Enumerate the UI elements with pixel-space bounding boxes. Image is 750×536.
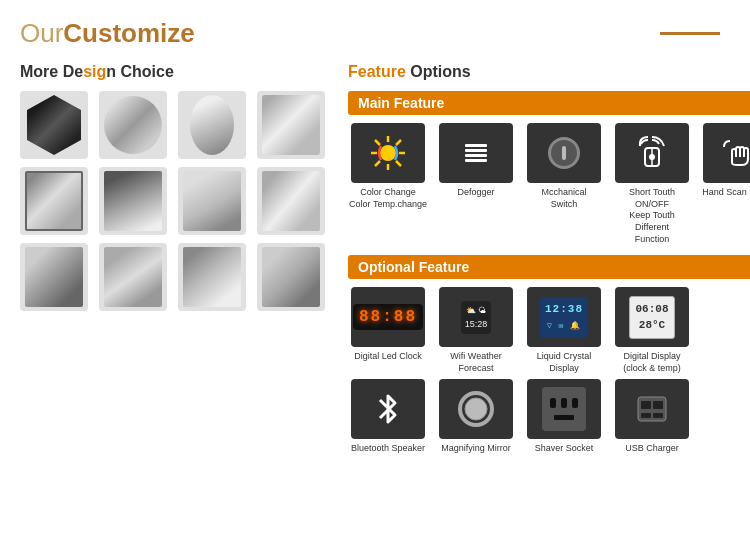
digital-display-item: 06:0828°C Digital Display(clock & temp)	[612, 287, 692, 374]
mirror-hex	[20, 91, 88, 159]
svg-line-7	[396, 140, 401, 145]
bluetooth-item: Bluetooth Speaker	[348, 379, 428, 455]
feature-section-title: Feature Options	[348, 63, 750, 81]
svg-point-11	[649, 154, 655, 160]
svg-rect-18	[653, 413, 663, 418]
usb-icon	[632, 389, 672, 429]
mirror-rect9a	[257, 243, 325, 311]
sun-color-icon	[369, 134, 407, 172]
design-row-1	[20, 91, 330, 159]
mech-switch-item: McchanicalSwitch	[524, 123, 604, 245]
defogger-item: Defogger	[436, 123, 516, 245]
led-clock-display: 88:88	[353, 304, 423, 330]
svg-rect-17	[641, 413, 651, 418]
header-line	[660, 32, 720, 35]
rect-shape7	[104, 247, 162, 307]
rect-shape9	[262, 247, 320, 307]
svg-point-0	[380, 145, 396, 161]
digital-display: 06:0828°C	[629, 296, 674, 339]
design-section-title: More Design Choice	[20, 63, 330, 81]
magnify-icon	[456, 389, 496, 429]
rect-shape2	[25, 171, 83, 231]
main-feature-section: Main Feature	[348, 91, 750, 245]
mirror-rect8a	[178, 243, 246, 311]
mirror-oval	[178, 91, 246, 159]
mirror-rect1	[257, 91, 325, 159]
lcd-display: 12:38▽ ✉ 🔔	[540, 297, 588, 338]
svg-rect-15	[641, 401, 651, 409]
right-column: Feature Options Main Feature	[348, 63, 750, 465]
mirror-rect3a	[99, 167, 167, 235]
short-touch-item: Short Touth ON/OFFKeep Touth DifferentFu…	[612, 123, 692, 245]
rect-shape1	[262, 95, 320, 155]
color-change-item: Color ChangeColor Temp.change	[348, 123, 428, 245]
color-change-label: Color ChangeColor Temp.change	[349, 187, 427, 210]
wifi-weather-label: Wifi Weather Forecast	[436, 351, 516, 374]
svg-point-13	[465, 398, 487, 420]
defogger-icon	[465, 144, 487, 162]
defogger-icon-box	[439, 123, 513, 183]
oval-shape	[190, 95, 234, 155]
title-highlight: Customize	[63, 18, 194, 49]
short-touch-icon-box	[615, 123, 689, 183]
rect-shape5	[262, 171, 320, 231]
shaver-label: Shaver Socket	[535, 443, 594, 455]
rect-shape8	[183, 247, 241, 307]
digital-display-icon-box: 06:0828°C	[615, 287, 689, 347]
defogger-label: Defogger	[457, 187, 494, 199]
main-feature-icons: Color ChangeColor Temp.change D	[348, 123, 750, 245]
design-row-3	[20, 243, 330, 311]
color-change-icon-box	[351, 123, 425, 183]
magnify-icon-box	[439, 379, 513, 439]
mirror-circle	[99, 91, 167, 159]
mirror-rect5a	[257, 167, 325, 235]
hand-scan-label: Hand Scan Sensor	[702, 187, 750, 199]
mirror-rect6a	[20, 243, 88, 311]
hand-scan-icon-box	[703, 123, 750, 183]
header: Our Customize	[20, 18, 730, 49]
usb-item: USB Charger	[612, 379, 692, 455]
optional-feature-header: Optional Feature	[348, 255, 750, 279]
left-column: More Design Choice	[20, 63, 330, 465]
page-title: Our Customize	[20, 18, 195, 49]
mirror-rect4a	[178, 167, 246, 235]
svg-line-6	[396, 161, 401, 166]
usb-label: USB Charger	[625, 443, 679, 455]
mirror-rect7a	[99, 243, 167, 311]
optional-feature-row2: Bluetooth Speaker Magnifying Mirror	[348, 379, 750, 455]
digital-display-label: Digital Display(clock & temp)	[623, 351, 681, 374]
main-content: More Design Choice	[20, 63, 730, 465]
magnify-item: Magnifying Mirror	[436, 379, 516, 455]
hand-scan-item: Hand Scan Sensor	[700, 123, 750, 245]
hand-scan-icon	[722, 135, 750, 171]
circle-shape	[104, 96, 162, 154]
lcd-label: Liquid Crystal Display	[524, 351, 604, 374]
shaver-item: Shaver Socket	[524, 379, 604, 455]
bluetooth-icon	[373, 390, 403, 428]
mirror-rect2a	[20, 167, 88, 235]
wifi-weather-item: ⛅ 🌤 15:28 Wifi Weather Forecast	[436, 287, 516, 374]
wifi-weather-icon-box: ⛅ 🌤 15:28	[439, 287, 513, 347]
mech-switch-icon-box	[527, 123, 601, 183]
usb-icon-box	[615, 379, 689, 439]
shaver-socket-icon	[542, 387, 586, 431]
weather-display: ⛅ 🌤 15:28	[461, 301, 492, 335]
mech-switch-label: McchanicalSwitch	[541, 187, 586, 210]
svg-line-5	[375, 140, 380, 145]
lcd-icon-box: 12:38▽ ✉ 🔔	[527, 287, 601, 347]
page: Our Customize More Design Choice	[0, 0, 750, 536]
touch-icon	[635, 136, 669, 170]
lcd-item: 12:38▽ ✉ 🔔 Liquid Crystal Display	[524, 287, 604, 374]
led-clock-item: 88:88 Digital Led Clock	[348, 287, 428, 374]
rect-shape3	[104, 171, 162, 231]
svg-line-8	[375, 161, 380, 166]
title-prefix: Our	[20, 18, 63, 49]
bluetooth-icon-box	[351, 379, 425, 439]
shaver-icon-box	[527, 379, 601, 439]
optional-feature-section: Optional Feature 88:88 Digital Led Clock	[348, 255, 750, 454]
bluetooth-label: Bluetooth Speaker	[351, 443, 425, 455]
hex-shape	[27, 95, 81, 155]
rect-shape6	[25, 247, 83, 307]
led-clock-label: Digital Led Clock	[354, 351, 422, 363]
design-row-2	[20, 167, 330, 235]
